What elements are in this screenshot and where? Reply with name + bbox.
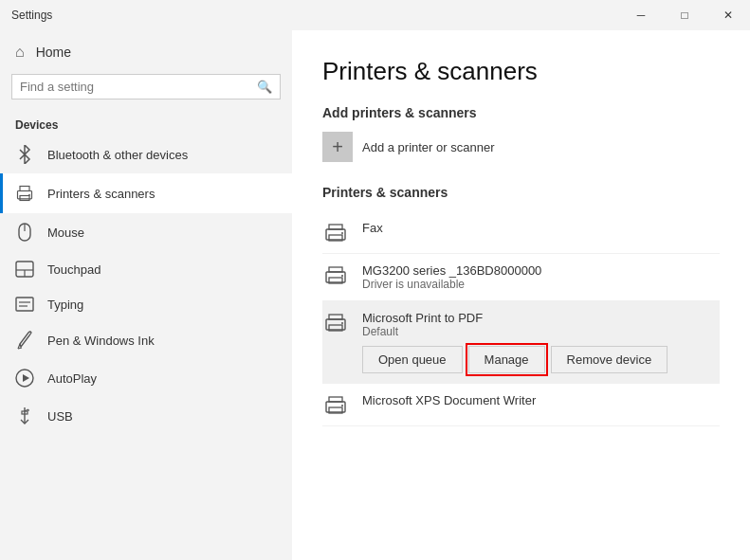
sidebar-item-bluetooth-label: Bluetooth & other devices [47,148,188,162]
pdf-printer-icon [322,313,349,334]
home-icon: ⌂ [15,44,25,61]
content-area: Printers & scanners Add printers & scann… [292,30,750,560]
printer-actions: Open queue Manage Remove device [322,346,720,373]
sidebar-home-item[interactable]: ⌂ Home [0,30,292,74]
sidebar-item-mouse-label: Mouse [47,226,84,240]
add-printer-button[interactable]: + Add a printer or scanner [322,132,720,162]
title-bar-controls: ─ □ ✕ [619,0,750,30]
sidebar-item-bluetooth[interactable]: Bluetooth & other devices [0,135,292,173]
manage-button[interactable]: Manage [468,346,545,373]
remove-device-button[interactable]: Remove device [551,346,668,373]
sidebar-item-pen-label: Pen & Windows Ink [47,334,155,348]
mg3200-info: MG3200 series _136BD8000000 Driver is un… [362,263,541,291]
svg-point-35 [341,405,343,406]
svg-point-3 [28,194,30,196]
add-section-title: Add printers & scanners [322,105,720,120]
add-icon: + [322,132,353,162]
xps-name: Microsoft XPS Document Writer [362,393,536,407]
title-bar: Settings ─ □ ✕ [0,0,750,30]
search-icon: 🔍 [257,80,272,94]
pdf-name: Microsoft Print to PDF [362,311,483,325]
sidebar-item-printers-label: Printers & scanners [47,187,155,201]
sidebar-item-touchpad[interactable]: Touchpad [0,251,292,287]
minimize-button[interactable]: ─ [619,0,663,30]
pen-icon [15,331,34,350]
svg-point-31 [341,322,343,324]
sidebar-item-pen[interactable]: Pen & Windows Ink [0,321,292,359]
sidebar-item-usb[interactable]: USB [0,397,292,435]
sidebar-item-autoplay[interactable]: AutoPlay [0,359,292,397]
svg-point-27 [341,275,343,277]
page-title: Printers & scanners [322,57,720,86]
printer-icon [15,183,34,204]
svg-rect-33 [329,397,342,402]
typing-icon [15,297,34,312]
printers-section-title: Printers & scanners [322,185,720,200]
printer-item-pdf[interactable]: Microsoft Print to PDF Default Open queu… [322,301,720,384]
fax-name: Fax [362,221,383,235]
printer-item-fax[interactable]: Fax [322,211,720,254]
close-button[interactable]: ✕ [706,0,750,30]
maximize-button[interactable]: □ [663,0,706,30]
search-input[interactable] [20,80,251,94]
pdf-info: Microsoft Print to PDF Default [362,311,483,338]
sidebar-item-typing[interactable]: Typing [0,287,292,321]
search-box[interactable]: 🔍 [11,74,281,99]
touchpad-icon [15,261,34,278]
sidebar-item-usb-label: USB [47,409,73,424]
open-queue-button[interactable]: Open queue [362,346,463,373]
printer-list: Fax MG3200 series [322,211,720,426]
sidebar-item-touchpad-label: Touchpad [47,262,101,277]
mg3200-printer-icon [322,265,349,286]
sidebar-item-typing-label: Typing [47,298,83,312]
svg-rect-2 [20,196,29,201]
svg-rect-1 [20,187,29,191]
autoplay-icon [15,369,34,388]
svg-rect-29 [329,315,342,319]
printer-item-mg3200[interactable]: MG3200 series _136BD8000000 Driver is un… [322,254,720,301]
title-bar-text: Settings [11,9,52,22]
sidebar-item-autoplay-label: AutoPlay [47,371,97,386]
pdf-sub: Default [362,325,483,338]
bluetooth-icon [15,145,34,164]
fax-printer-icon [322,223,349,244]
mouse-icon [15,223,34,242]
svg-marker-15 [23,374,29,382]
mg3200-sub: Driver is unavailable [362,278,541,291]
mg3200-name: MG3200 series _136BD8000000 [362,263,541,278]
svg-rect-25 [329,267,342,272]
sidebar: ⌂ Home 🔍 Devices Bluetooth & other devic… [0,30,292,560]
printer-item-xps[interactable]: Microsoft XPS Document Writer [322,384,720,426]
sidebar-home-label: Home [36,45,71,60]
sidebar-item-printers[interactable]: Printers & scanners [0,173,292,213]
sidebar-item-mouse[interactable]: Mouse [0,213,292,251]
add-printer-label: Add a printer or scanner [362,140,494,154]
main-layout: ⌂ Home 🔍 Devices Bluetooth & other devic… [0,30,750,560]
svg-rect-21 [329,225,342,229]
usb-icon [15,406,34,425]
svg-point-23 [341,232,343,234]
xps-info: Microsoft XPS Document Writer [362,393,536,407]
fax-info: Fax [362,221,383,235]
sidebar-section-label: Devices [0,111,292,135]
xps-printer-icon [322,395,349,416]
svg-rect-9 [16,298,33,311]
